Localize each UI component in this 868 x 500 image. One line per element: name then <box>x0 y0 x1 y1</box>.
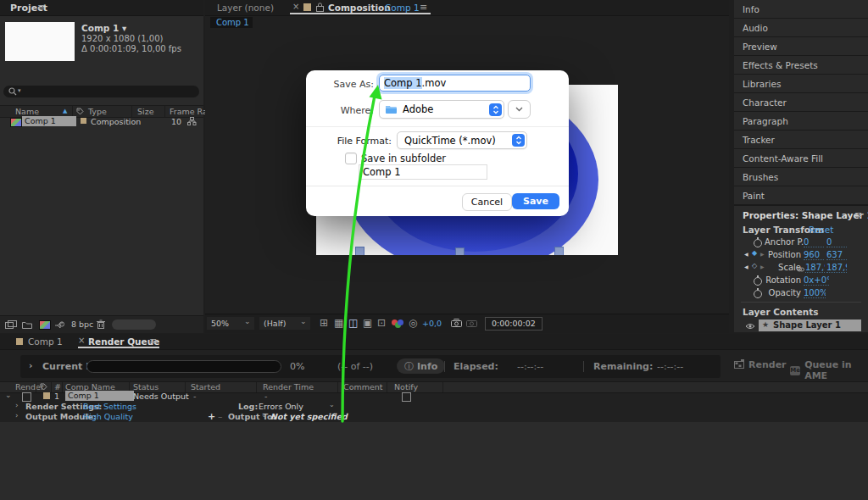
row-comp-name[interactable]: Comp 1 <box>65 391 134 401</box>
stepper-icon[interactable] <box>512 134 525 147</box>
stepper-icon[interactable] <box>489 103 502 116</box>
sort-up-icon[interactable]: ▲ <box>63 108 67 114</box>
mask-toggle-icon[interactable]: ◫ <box>348 317 358 329</box>
collapse-chevron-icon[interactable]: ⌄ <box>5 391 12 399</box>
sidebar-item-character[interactable]: Character <box>734 93 868 111</box>
cancel-button[interactable]: Cancel <box>462 193 512 211</box>
project-settings-icon[interactable] <box>54 319 64 331</box>
show-snapshot-icon[interactable] <box>466 319 477 329</box>
output-to-value[interactable]: Not yet specified <box>270 412 348 421</box>
render-settings-value[interactable]: Best Settings <box>83 402 136 411</box>
keyframe-prev-icon[interactable]: ◀ <box>744 264 748 269</box>
sidebar-item-tracker[interactable]: Tracker <box>734 131 868 148</box>
selection-handle[interactable] <box>554 247 564 255</box>
region-of-interest-icon[interactable]: ▣ <box>363 317 372 329</box>
anchor-x-value[interactable]: 0 <box>804 237 824 247</box>
stopwatch-icon[interactable] <box>754 239 762 247</box>
selection-handle[interactable] <box>455 247 465 255</box>
opacity-value[interactable]: 100% <box>804 288 826 298</box>
log-value[interactable]: Errors Only <box>259 402 303 411</box>
scale-x-value[interactable]: 187,9% <box>805 263 825 273</box>
resolution-select[interactable]: (Half) ⌄ <box>259 317 310 330</box>
color-depth-button[interactable]: 8 bpc <box>71 319 93 329</box>
queue-panel-menu-icon[interactable]: ≡ <box>149 336 157 347</box>
sidebar-item-paragraph[interactable]: Paragraph <box>734 112 868 130</box>
info-button[interactable]: ⓘ Info <box>397 358 445 374</box>
viewer-subtab[interactable]: Comp 1 <box>210 17 253 28</box>
file-format-dropdown[interactable]: QuickTime (*.mov) <box>397 131 527 149</box>
col-size[interactable]: Size <box>137 107 154 116</box>
keyframe-prev-icon[interactable]: ◀ <box>744 251 748 257</box>
anchor-y-value[interactable]: 0 <box>826 237 847 247</box>
folder-icon[interactable] <box>22 320 32 331</box>
interpret-footage-icon[interactable] <box>5 320 17 331</box>
tab-layer-none[interactable]: Layer (none) <box>217 3 274 13</box>
panel-menu-icon[interactable]: ≡ <box>37 2 45 13</box>
properties-menu-icon[interactable]: ≡ <box>854 209 862 220</box>
where-dropdown[interactable]: Adobe <box>379 100 504 119</box>
scale-y-value[interactable]: 187,9% <box>826 263 847 273</box>
sidebar-item-libraries[interactable]: Libraries <box>734 75 868 92</box>
subfolder-checkbox[interactable] <box>345 153 357 164</box>
sidebar-item-effects-presets[interactable]: Effects & Presets <box>734 56 868 74</box>
eye-icon[interactable] <box>745 322 755 331</box>
output-module-value[interactable]: High Quality <box>83 412 133 421</box>
render-button[interactable]: Render <box>734 359 787 370</box>
sidebar-item-paint[interactable]: Paint <box>734 186 868 204</box>
link-scale-icon[interactable] <box>797 264 804 274</box>
chevron-down-icon[interactable]: ⌄ <box>74 411 80 419</box>
subfolder-checkbox-label[interactable]: Save in subfolder <box>361 153 446 164</box>
reset-link[interactable]: Reset <box>809 225 833 235</box>
selection-handle[interactable] <box>355 247 364 255</box>
tab-composition-name[interactable]: Comp 1 <box>385 3 420 13</box>
choose-grid-icon[interactable]: ⊞ <box>320 317 328 329</box>
keyframe-diamond-icon[interactable]: ◆ <box>752 249 757 257</box>
col-name[interactable]: Name <box>15 107 39 116</box>
save-button[interactable]: Save <box>512 193 559 209</box>
stopwatch-icon[interactable] <box>754 277 762 286</box>
sidebar-item-brushes[interactable]: Brushes <box>734 168 868 186</box>
viewer-panel-menu-icon[interactable]: ≡ <box>420 2 427 13</box>
rotation-value[interactable]: 0x+0° <box>804 275 829 286</box>
queue-in-ame-button[interactable]: Me Queue in AME <box>790 359 868 381</box>
transparency-grid-icon[interactable]: ▦ <box>334 317 343 329</box>
add-output-icon[interactable]: + <box>208 411 215 422</box>
project-row-comp1[interactable]: Comp 1 Composition 10 <box>0 116 203 127</box>
close-icon[interactable]: × <box>292 2 299 11</box>
project-comp-title[interactable]: Comp 1 ▾ <box>81 23 126 33</box>
exposure-value[interactable]: +0,0 <box>422 319 442 328</box>
tab-composition-label[interactable]: Composition <box>328 3 391 13</box>
timecode-field[interactable]: 0:00:00:02 <box>485 317 542 331</box>
filename-input[interactable]: Comp 1.mov <box>379 75 531 92</box>
tab-comp1[interactable]: Comp 1 <box>28 336 63 347</box>
expand-chevron-icon[interactable]: › <box>15 401 19 409</box>
expand-chevron-icon[interactable]: › <box>29 360 33 371</box>
new-composition-icon[interactable] <box>39 320 51 330</box>
chevron-down-icon[interactable]: ⌄ <box>74 401 80 408</box>
subfolder-name-input[interactable]: Comp 1 <box>359 164 487 180</box>
flowchart-icon[interactable] <box>187 117 197 127</box>
pixel-aspect-icon[interactable]: ⊡ <box>377 317 386 329</box>
stopwatch-icon[interactable] <box>754 290 762 298</box>
keyframe-next-icon[interactable]: ▶ <box>760 251 765 257</box>
col-type[interactable]: Type <box>88 107 107 116</box>
row-label-swatch[interactable] <box>43 392 50 399</box>
remove-output-icon[interactable]: – <box>218 411 223 422</box>
expand-chevron-icon[interactable]: › <box>15 411 19 419</box>
channels-icon[interactable] <box>392 319 403 328</box>
keyframe-diamond-hollow-icon[interactable]: ◇ <box>752 262 757 269</box>
position-y-value[interactable]: 637 <box>826 250 847 260</box>
snapshot-camera-icon[interactable] <box>451 319 462 329</box>
sidebar-item-preview[interactable]: Preview <box>734 37 868 55</box>
label-color-swatch[interactable] <box>81 118 86 124</box>
position-x-value[interactable]: 960 <box>804 250 824 260</box>
sidebar-item-content-aware-fill[interactable]: Content-Aware Fill <box>734 149 868 167</box>
sidebar-item-info[interactable]: Info <box>734 0 868 18</box>
layer-contents-row[interactable]: ★ Shape Layer 1 <box>759 319 861 331</box>
chevron-down-icon[interactable]: ⌄ <box>329 401 335 408</box>
row-name-field[interactable]: Comp 1 <box>22 116 76 126</box>
zoom-select[interactable]: 50% ⌄ <box>207 317 254 330</box>
chevron-down-icon[interactable]: ⌄ <box>261 411 267 419</box>
exposure-shutter-icon[interactable]: ◎ <box>409 317 417 329</box>
sidebar-item-audio[interactable]: Audio <box>734 19 868 36</box>
